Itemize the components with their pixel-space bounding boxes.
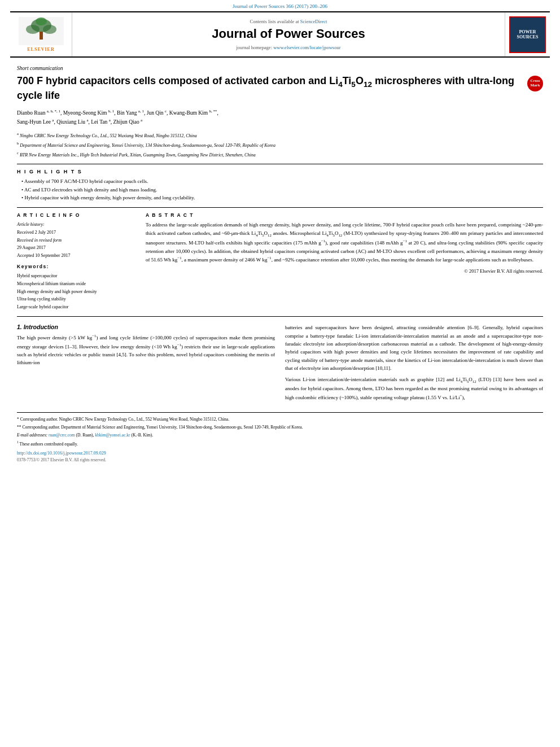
keyword-item: Large-scale hybrid capacitor: [17, 303, 135, 311]
keyword-item: Microspherical lithium titanium oxide: [17, 280, 135, 288]
journal-header: ELSEVIER Contents lists available at Sci…: [10, 11, 550, 58]
homepage-prefix: journal homepage:: [237, 45, 274, 50]
article-info-col: A R T I C L E I N F O Article history: R…: [17, 212, 135, 311]
journal-logo-area: POWER SOURCES: [505, 12, 550, 56]
affiliation-a: a Ningbo CRRC New Energy Technology Co.,…: [17, 131, 543, 139]
abstract-text: To address the large-scale application d…: [146, 221, 543, 275]
keywords-list: Hybrid supercapacitor Microspherical lit…: [17, 272, 135, 311]
highlights-section: H I G H L I G H T S Assembly of 700 F AC…: [17, 169, 543, 202]
elsevier-logo-area: ELSEVIER: [10, 12, 72, 56]
authors-line: Dianbo Ruan a, b, *, 1, Myeong-Seong Kim…: [17, 108, 543, 127]
abstract-col: A B S T R A C T To address the large-sca…: [146, 212, 543, 311]
email-link-2[interactable]: kbkim@yonsei.ac.kr: [95, 433, 130, 438]
history-label: Article history:: [17, 221, 135, 229]
affiliation-b: b Department of Material Science and Eng…: [17, 141, 543, 149]
info-abstract-area: A R T I C L E I N F O Article history: R…: [17, 212, 543, 311]
journal-header-center: Contents lists available at ScienceDirec…: [72, 12, 505, 56]
sciencedirect-anchor[interactable]: ScienceDirect: [300, 19, 327, 24]
article-info-label: A R T I C L E I N F O: [17, 212, 135, 218]
body-section: 1. Introduction The high power density (…: [17, 324, 543, 404]
footnotes: * Corresponding author. Ningbo CRRC New …: [17, 416, 543, 448]
power-sources-logo-icon: POWER SOURCES: [509, 16, 546, 53]
crossmark-badge: CrossMark: [527, 76, 543, 91]
elsevier-text: ELSEVIER: [27, 47, 54, 52]
journal-title: Journal of Power Sources: [212, 27, 365, 41]
keywords-label: Keywords:: [17, 264, 135, 269]
received-date: Received 2 July 2017: [17, 229, 135, 237]
article-title-area: CrossMark 700 F hybrid capacitors cells …: [17, 75, 543, 103]
article-type: Short communication: [17, 65, 543, 71]
citation-text: Journal of Power Sources 366 (2017) 200–…: [233, 3, 327, 9]
svg-point-3: [43, 25, 56, 34]
elsevier-logo-icon: [19, 17, 64, 45]
highlight-item: AC and LTO electrodes with high density …: [21, 186, 543, 194]
homepage-link[interactable]: www.elsevier.com/locate/jpowsour: [273, 45, 340, 50]
body-columns: 1. Introduction The high power density (…: [17, 324, 543, 404]
page: Journal of Power Sources 366 (2017) 200–…: [0, 0, 560, 469]
accepted-date: Accepted 10 September 2017: [17, 252, 135, 260]
svg-rect-4: [40, 32, 43, 40]
footnote-email: E-mail addresses: ruan@crrc.com (D. Ruan…: [17, 432, 543, 439]
svg-point-5: [36, 18, 47, 25]
received-revised: Received in revised form29 August 2017: [17, 237, 135, 252]
intro-heading: 1. Introduction: [17, 324, 275, 330]
article-title: 700 F hybrid capacitors cells composed o…: [17, 75, 543, 103]
email-link-1[interactable]: ruan@crrc.com: [49, 433, 75, 438]
copyright-text: © 2017 Elsevier B.V. All rights reserved…: [146, 268, 543, 276]
citation-bar: Journal of Power Sources 366 (2017) 200–…: [0, 0, 560, 11]
journal-homepage: journal homepage: www.elsevier.com/locat…: [237, 45, 341, 50]
footnote-1: * Corresponding author. Ningbo CRRC New …: [17, 416, 543, 423]
highlight-item: Hybrid capacitor with high energy densit…: [21, 194, 543, 202]
divider-3: [17, 316, 543, 317]
article-history: Article history: Received 2 July 2017 Re…: [17, 221, 135, 259]
keyword-item: High energy density and high power densi…: [17, 288, 135, 296]
highlights-list: Assembly of 700 F AC/M-LTO hybrid capaci…: [17, 177, 543, 202]
abstract-section: A B S T R A C T To address the large-sca…: [146, 212, 543, 275]
keyword-item: Ultra-long cycling stability: [17, 295, 135, 303]
keyword-item: Hybrid supercapacitor: [17, 272, 135, 280]
highlights-label: H I G H L I G H T S: [17, 169, 543, 174]
svg-point-2: [26, 25, 40, 34]
main-content: Short communication CrossMark 700 F hybr…: [0, 58, 560, 469]
footnote-2: ** Corresponding author. Department of M…: [17, 424, 543, 431]
issn-line: 0378-7753/© 2017 Elsevier B.V. All right…: [17, 457, 543, 464]
affiliations: a Ningbo CRRC New Energy Technology Co.,…: [17, 131, 543, 158]
body-col-left: 1. Introduction The high power density (…: [17, 324, 275, 404]
divider-1: [17, 164, 543, 164]
body-col-right: batteries and supercapacitors have been …: [285, 324, 543, 404]
sciencedirect-prefix: Contents lists available at: [250, 19, 300, 24]
highlight-item: Assembly of 700 F AC/M-LTO hybrid capaci…: [21, 177, 543, 185]
footnote-equal: 1 These authors contributed equally.: [17, 440, 543, 448]
keywords-section: Keywords: Hybrid supercapacitor Microsph…: [17, 264, 135, 311]
doi-link[interactable]: http://dx.doi.org/10.1016/j.jpowsour.201…: [17, 451, 106, 456]
crossmark-icon: CrossMark: [527, 76, 543, 91]
article-info-section: A R T I C L E I N F O Article history: R…: [17, 212, 135, 259]
abstract-label: A B S T R A C T: [146, 212, 543, 218]
affiliation-c: c BTR New Energy Materials Inc., High-Te…: [17, 150, 543, 159]
sciencedirect-link: Contents lists available at ScienceDirec…: [250, 19, 327, 24]
intro-text-left: The high power density (>5 kW kg−1) and …: [17, 333, 275, 367]
divider-2: [17, 207, 543, 208]
intro-text-right: batteries and supercapacitors have been …: [285, 324, 543, 401]
doi-line: http://dx.doi.org/10.1016/j.jpowsour.201…: [17, 450, 543, 457]
footer-area: * Corresponding author. Ningbo CRRC New …: [17, 412, 543, 464]
